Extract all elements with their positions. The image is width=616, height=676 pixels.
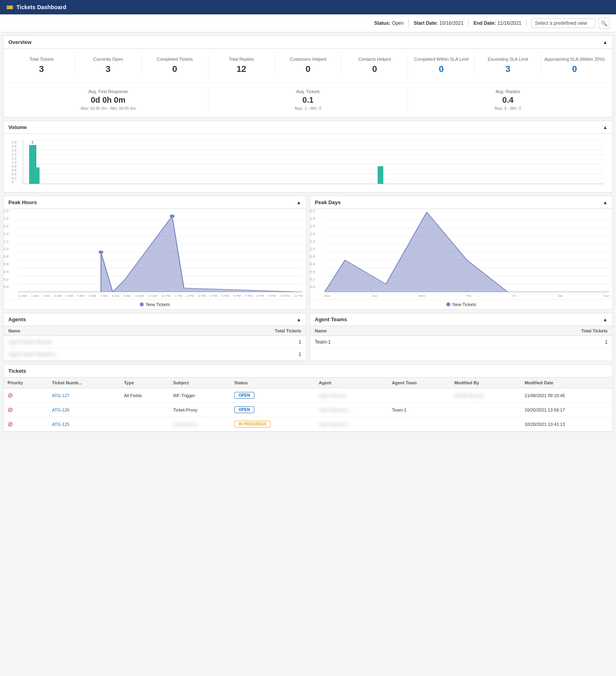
stat-value-6: 0: [410, 64, 473, 74]
col-agent-team: Agent Team: [388, 378, 450, 388]
ticket-agent-team: [388, 388, 450, 403]
stat-label-3: Total Replies: [210, 57, 273, 62]
ticket-subject: WF-Trigger: [169, 388, 230, 403]
ticket-status: IN PROGRESS: [230, 417, 315, 431]
divider-1: [408, 19, 409, 27]
stat-value-3: 12: [210, 64, 273, 74]
stat-label-2: Completed Tickets: [143, 57, 206, 62]
peak-hours-chart: [18, 212, 303, 292]
agents-section: Agents ▲ Name Total Tickets Agent Name B…: [3, 313, 307, 361]
ticket-type: [120, 403, 169, 417]
peak-days-collapse-icon[interactable]: ▲: [603, 200, 608, 205]
agents-table-row: Agent Name Blurred 1: [4, 336, 306, 348]
predefined-view-select[interactable]: Select a predefined view: [531, 18, 595, 28]
end-date-value: 11/16/2021: [497, 20, 521, 26]
peak-hours-y-labels: 2.0 1.8 1.6 1.4 1.2 1.0 0.8 0.6 0.4 0.2 …: [4, 209, 9, 289]
status-badge: OPEN: [234, 406, 254, 413]
svg-point-13: [170, 215, 174, 218]
col-subject: Subject: [169, 378, 230, 388]
volume-bar-2: [36, 167, 40, 184]
status-filter: Status: Open: [374, 20, 404, 26]
end-date-label: End Date:: [473, 20, 496, 26]
ticket-number[interactable]: ATG-125: [48, 417, 120, 431]
search-button[interactable]: 🔍: [598, 18, 610, 29]
volume-chart: 2: [23, 140, 604, 184]
overview-stat-4: Customers Helped 0: [275, 54, 342, 78]
overview-title: Overview: [8, 39, 32, 45]
volume-y-labels: 2.0 1.8 1.6 1.4 1.2 1.0 0.8 0.6 0.4 0.2 …: [12, 140, 17, 184]
ticket-modified-date: 11/08/2021 09:10:46: [521, 388, 612, 403]
peak-days-legend-label: New Tickets: [453, 302, 476, 307]
volume-collapse-icon[interactable]: ▲: [603, 125, 608, 130]
tickets-title: Tickets: [8, 368, 26, 374]
agent-total-cell: 1: [189, 348, 306, 361]
status-badge: IN PROGRESS: [234, 421, 271, 427]
ticket-status: OPEN: [230, 388, 315, 403]
ticket-type: All Fields: [120, 388, 169, 403]
ticket-agent-team: Team-1: [388, 403, 450, 417]
overview-stat-5: Contacts Helped 0: [341, 54, 408, 78]
overview-stat-8[interactable]: Approaching SLA (Within 20%) 0: [541, 54, 608, 78]
overview-stat-6[interactable]: Completed Within SLA Limit 0: [408, 54, 475, 78]
overview-stat-7[interactable]: Exceeding SLA Limit 3: [475, 54, 541, 78]
overview-header: Overview ▲: [4, 36, 612, 49]
agents-title: Agents: [8, 316, 26, 322]
ticket-subject: Subj Blurred: [169, 417, 230, 431]
stat-label-1: Currently Open: [77, 57, 140, 62]
peak-hours-collapse-icon[interactable]: ▲: [297, 200, 301, 205]
agent-teams-col-tickets: Total Tickets: [436, 326, 612, 336]
ticket-priority: ⊘: [4, 403, 48, 417]
vol-bar-group-1: 2: [29, 140, 40, 184]
team-name-cell: Team-1: [310, 336, 436, 348]
status-badge: OPEN: [234, 392, 254, 399]
toolbar: Status: Open Start Date: 10/16/2021 End …: [0, 14, 616, 32]
overview-collapse-icon[interactable]: ▲: [603, 40, 608, 45]
overview-stat-3: Total Replies 12: [208, 54, 275, 78]
avg-label-2: Avg. Replies: [411, 89, 604, 94]
avg-minmax-1: Max: 2 - Min: 0: [212, 106, 405, 111]
volume-section: Volume ▲ 2.0 1.8 1.6 1.4 1.2 1.0 0.8 0.6…: [3, 121, 613, 193]
divider-3: [526, 19, 527, 27]
peak-hours-title: Peak Hours: [8, 199, 37, 205]
ticket-row: ⊘ ATG-126 Ticket-Proxy OPEN Agent Blurre…: [4, 403, 612, 417]
avg-stat-2: Avg. Replies 0.4 Max: 6 - Min: 0: [408, 87, 608, 112]
agent-teams-table-header-row: Name Total Tickets: [310, 326, 613, 336]
agents-row: Agents ▲ Name Total Tickets Agent Name B…: [3, 313, 613, 361]
peak-row: Peak Hours ▲: [3, 196, 613, 310]
stat-value-0: 3: [10, 64, 73, 74]
avg-value-1: 0.1: [212, 95, 405, 105]
ticket-modified-by: [450, 417, 521, 431]
overview-content: Total Tickets 3 Currently Open 3 Complet…: [4, 49, 612, 117]
peak-hours-x-labels: 12 AM 1 AM 2 AM 3 AM 4 AM 5 AM 6 AM 7 AM…: [4, 293, 306, 299]
agents-col-name: Name: [4, 326, 189, 336]
col-agent: Agent: [315, 378, 388, 388]
start-date-label: Start Date:: [414, 20, 438, 26]
volume-title: Volume: [8, 124, 27, 130]
app-header: 🎫 Tickets Dashboard: [0, 0, 616, 14]
start-date-filter: Start Date: 10/16/2021: [414, 20, 463, 26]
ticket-number[interactable]: ATG-127: [48, 388, 120, 403]
tickets-section: Tickets Priority Ticket Numb... Type Sub…: [3, 364, 613, 432]
agent-name-cell: Agent Name Blurred: [4, 336, 189, 348]
agent-teams-collapse-icon[interactable]: ▲: [603, 317, 608, 322]
peak-hours-chart-area: 2.0 1.8 1.6 1.4 1.2 1.0 0.8 0.6 0.4 0.2 …: [4, 209, 306, 293]
overview-stat-1: Currently Open 3: [75, 54, 142, 78]
agent-teams-title: Agent Teams: [315, 316, 347, 322]
ticket-number[interactable]: ATG-126: [48, 403, 120, 417]
divider-2: [468, 19, 469, 27]
priority-icon: ⊘: [8, 392, 13, 399]
overview-section: Overview ▲ Total Tickets 3 Currently Ope…: [3, 36, 613, 117]
ticket-modified-date: 10/20/2021 13:41:13: [521, 417, 612, 431]
ticket-agent: Agent Blurred 2: [315, 403, 388, 417]
col-priority: Priority: [4, 378, 48, 388]
tickets-header: Tickets: [4, 365, 612, 378]
agent-teams-section: Agent Teams ▲ Name Total Tickets Team-1 …: [310, 313, 613, 361]
tickets-table: Priority Ticket Numb... Type Subject Sta…: [4, 378, 612, 431]
agents-collapse-icon[interactable]: ▲: [297, 317, 301, 322]
agent-teams-table-row: Team-1 1: [310, 336, 613, 348]
tickets-header-row: Priority Ticket Numb... Type Subject Sta…: [4, 378, 612, 388]
ticket-agent: Agent Blurred 3: [315, 417, 388, 431]
team-name: Team-1: [315, 339, 331, 345]
peak-days-header: Peak Days ▲: [310, 196, 613, 209]
ticket-modified-by: [450, 403, 521, 417]
